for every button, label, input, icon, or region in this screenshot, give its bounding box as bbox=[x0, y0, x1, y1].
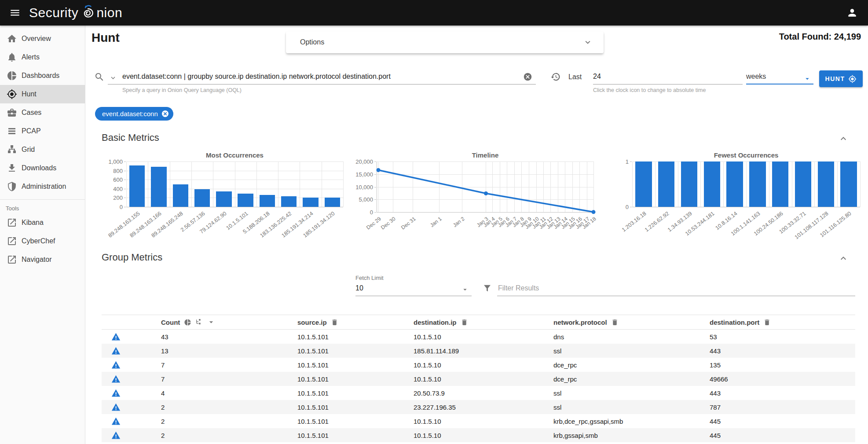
cell-value[interactable]: 10.1.5.101 bbox=[297, 361, 414, 369]
trash-button[interactable] bbox=[763, 319, 771, 326]
cell-value[interactable]: 10.1.5.101 bbox=[297, 404, 414, 411]
bar-185.191.34.214[interactable] bbox=[303, 198, 318, 207]
sidebar-item-hunt[interactable]: Hunt bbox=[0, 85, 85, 103]
cell-value[interactable]: dce_rpc bbox=[553, 361, 710, 369]
bar-89.248.165.248[interactable] bbox=[173, 184, 188, 207]
cell-value[interactable]: 10.1.5.101 bbox=[297, 418, 414, 425]
cell-value[interactable]: 10.1.5.101 bbox=[297, 389, 414, 397]
bar-101.116.125.80[interactable] bbox=[840, 161, 857, 207]
bar-1.203.16.18[interactable] bbox=[635, 161, 652, 207]
bar-10.8.16.14[interactable] bbox=[726, 161, 743, 207]
cell-value[interactable]: 13 bbox=[161, 347, 297, 355]
cell-value[interactable]: 185.81.114.189 bbox=[414, 347, 553, 355]
cell-value[interactable]: 2 bbox=[161, 404, 297, 411]
cell-value[interactable]: dns bbox=[553, 333, 710, 341]
row-event-button[interactable] bbox=[102, 417, 161, 426]
cell-value[interactable]: 10.1.5.101 bbox=[297, 347, 414, 355]
bar-10.53.244.181[interactable] bbox=[704, 161, 720, 207]
sidebar-item-dashboards[interactable]: Dashboards bbox=[0, 66, 85, 85]
user-menu-button[interactable] bbox=[843, 4, 861, 22]
cell-value[interactable]: 10.1.5.101 bbox=[297, 432, 414, 439]
cell-value[interactable]: ssl bbox=[553, 404, 710, 411]
bar-79.124.62.90[interactable] bbox=[216, 191, 231, 207]
row-event-button[interactable] bbox=[102, 389, 161, 398]
cell-value[interactable]: 135 bbox=[710, 361, 855, 369]
cell-value[interactable]: ssl bbox=[553, 389, 710, 397]
cell-value[interactable]: 445 bbox=[710, 432, 855, 439]
bar-101.108.117.128[interactable] bbox=[818, 161, 834, 207]
cell-value[interactable]: 2 bbox=[161, 432, 297, 439]
bar-185.191.34.120[interactable] bbox=[325, 198, 340, 207]
cell-value[interactable]: 10.1.5.101 bbox=[297, 333, 414, 341]
sidebar-tool-cyberchef[interactable]: CyberChef bbox=[0, 232, 85, 250]
bar-1.34.93.139[interactable] bbox=[681, 161, 697, 207]
cell-value[interactable]: 7 bbox=[161, 361, 297, 369]
cell-value[interactable]: 7 bbox=[161, 375, 297, 383]
units-select[interactable]: weeks bbox=[746, 73, 766, 81]
row-event-button[interactable] bbox=[102, 403, 161, 412]
column-header-destination-port[interactable]: destination.port bbox=[710, 319, 855, 326]
sankey-button[interactable] bbox=[195, 319, 203, 326]
bar-100.1.141.163[interactable] bbox=[749, 161, 765, 207]
trash-button[interactable] bbox=[611, 319, 619, 326]
sidebar-tool-kibana[interactable]: Kibana bbox=[0, 213, 85, 232]
cell-value[interactable]: 10.1.5.10 bbox=[414, 333, 553, 341]
cell-value[interactable]: 10.1.5.10 bbox=[414, 375, 553, 383]
fetch-limit-select[interactable]: 10 bbox=[355, 284, 363, 292]
query-input[interactable]: event.dataset:conn | groupby source.ip d… bbox=[122, 73, 518, 81]
clear-query-icon[interactable] bbox=[523, 72, 532, 81]
cell-value[interactable]: krb,gssapi,smb bbox=[553, 432, 710, 439]
sidebar-item-pcap[interactable]: PCAP bbox=[0, 122, 85, 140]
cell-value[interactable]: 443 bbox=[710, 347, 855, 355]
column-header-Count[interactable]: Count bbox=[161, 318, 297, 327]
timeline-line-series[interactable] bbox=[361, 150, 594, 214]
cell-value[interactable]: ssl bbox=[553, 347, 710, 355]
cell-value[interactable]: krb,dce_rpc,gssapi,smb bbox=[553, 418, 710, 425]
sidebar-item-downloads[interactable]: Downloads bbox=[0, 159, 85, 177]
bar-1.226.62.92[interactable] bbox=[658, 161, 674, 207]
options-panel[interactable]: Options bbox=[286, 31, 604, 53]
cell-value[interactable]: 4 bbox=[161, 389, 297, 397]
cell-value[interactable]: 20.50.73.9 bbox=[414, 389, 553, 397]
hamburger-menu-button[interactable] bbox=[6, 4, 24, 22]
sidebar-item-grid[interactable]: Grid bbox=[0, 140, 85, 159]
query-history-chevron-icon[interactable] bbox=[109, 74, 117, 82]
cell-value[interactable]: 49666 bbox=[710, 375, 855, 383]
sidebar-item-administration[interactable]: Administration bbox=[0, 177, 85, 196]
sidebar-item-cases[interactable]: Cases bbox=[0, 103, 85, 122]
cell-value[interactable]: 10.1.5.10 bbox=[414, 361, 553, 369]
pie-chart-button[interactable] bbox=[184, 319, 191, 326]
cell-value[interactable]: 43 bbox=[161, 333, 297, 341]
basic-metrics-collapse-icon[interactable] bbox=[838, 133, 849, 144]
row-event-button[interactable] bbox=[102, 346, 161, 356]
chip-remove-icon[interactable] bbox=[161, 110, 169, 118]
row-event-button[interactable] bbox=[102, 431, 161, 440]
trash-button[interactable] bbox=[331, 319, 338, 326]
column-header-source-ip[interactable]: source.ip bbox=[297, 319, 414, 326]
row-event-button[interactable] bbox=[102, 374, 161, 384]
cell-value[interactable]: 2 bbox=[161, 418, 297, 425]
bar-10.1.5.101[interactable] bbox=[238, 194, 253, 207]
bar-5.188.206.18[interactable] bbox=[260, 195, 275, 207]
dropdown-button[interactable] bbox=[207, 318, 216, 327]
cell-value[interactable]: 10.1.5.10 bbox=[414, 432, 553, 439]
column-header-network-protocol[interactable]: network.protocol bbox=[553, 319, 710, 326]
bar-100.33.32.71[interactable] bbox=[795, 161, 811, 207]
cell-value[interactable]: dce_rpc bbox=[553, 375, 710, 383]
fetch-limit-dropdown-icon[interactable] bbox=[461, 286, 469, 294]
bar-183.136.225.42[interactable] bbox=[281, 196, 297, 207]
cell-value[interactable]: 10.1.5.10 bbox=[414, 418, 553, 425]
filter-chip[interactable]: event.dataset:conn bbox=[95, 107, 173, 121]
row-event-button[interactable] bbox=[102, 332, 161, 341]
cell-value[interactable]: 445 bbox=[710, 418, 855, 425]
units-dropdown-icon[interactable] bbox=[803, 75, 811, 83]
cell-value[interactable]: 443 bbox=[710, 389, 855, 397]
cell-value[interactable]: 10.1.5.101 bbox=[297, 375, 414, 383]
hunt-button[interactable]: HUNT bbox=[819, 70, 863, 87]
bar-89.248.163.166[interactable] bbox=[151, 167, 166, 207]
sidebar-item-overview[interactable]: Overview bbox=[0, 29, 85, 48]
bar-2.56.57.136[interactable] bbox=[194, 189, 210, 207]
group-metrics-collapse-icon[interactable] bbox=[838, 253, 849, 264]
sidebar-item-alerts[interactable]: Alerts bbox=[0, 48, 85, 66]
bar-89.248.163.155[interactable] bbox=[129, 165, 145, 207]
